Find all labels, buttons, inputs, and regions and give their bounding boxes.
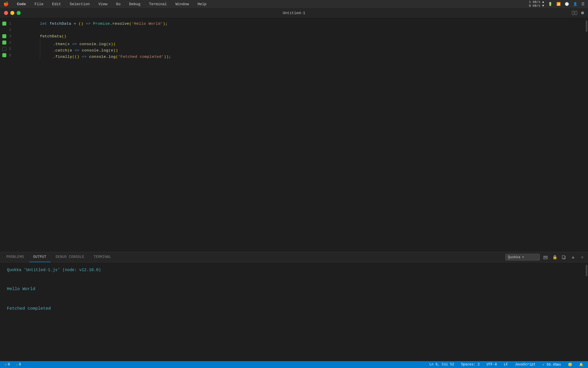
quokka-time-text: ✓ 59.45ms — [542, 363, 561, 367]
user-icon: 👤 — [573, 2, 577, 6]
menubar-view[interactable]: View — [97, 1, 109, 7]
breakpoint-4[interactable] — [2, 41, 6, 45]
scroll-up-icon[interactable]: ▲ — [570, 254, 577, 261]
cursor-position[interactable]: Ln 6, Col 52 — [428, 361, 455, 368]
window-controls — [4, 11, 21, 15]
menubar-right: 1 KB/s ▲ 0 KB/s ▼ 🔋 📶 🕐 👤 ☰ — [529, 0, 585, 8]
code-line-1: 1 let fetchData = () => Promise.resolve(… — [0, 20, 585, 27]
window-title: Untitled-1 — [283, 11, 305, 15]
line-ending-text: LF — [504, 363, 508, 367]
output-line-3: Fetched completed — [7, 306, 578, 312]
close-button[interactable] — [4, 11, 8, 15]
warning-status[interactable]: ⚠ 0 — [14, 361, 22, 368]
panel-tabs: PROBLEMS OUTPUT DEBUG CONSOLE TERMINAL Q… — [0, 252, 588, 262]
panel-tab-output[interactable]: OUTPUT — [29, 252, 51, 262]
copy-output-icon[interactable] — [560, 254, 567, 261]
code-line-6: 6 .finally(() => console.log('Fetched co… — [0, 52, 585, 58]
lock-icon[interactable]: 🔒 — [551, 254, 558, 261]
encoding[interactable]: UTF-8 — [486, 361, 498, 368]
line-number-4: 4 — [9, 41, 11, 45]
editor-scrollbar-thumb[interactable] — [586, 20, 587, 32]
close-panel-icon[interactable]: ✕ — [579, 254, 586, 261]
breakpoint-6[interactable] — [2, 53, 6, 57]
editor-area: 1 let fetchData = () => Promise.resolve(… — [0, 18, 588, 361]
indentation[interactable]: Spaces: 2 — [460, 361, 481, 368]
line-gutter-1: 1 — [0, 22, 16, 26]
panel: PROBLEMS OUTPUT DEBUG CONSOLE TERMINAL Q… — [0, 252, 588, 361]
menu-icon[interactable]: ☰ — [581, 2, 585, 6]
menubar-terminal[interactable]: Terminal — [147, 1, 169, 7]
breakpoint-1[interactable] — [2, 22, 6, 26]
editor-main: 1 let fetchData = () => Promise.resolve(… — [0, 18, 588, 252]
settings-dot-icon[interactable] — [581, 12, 584, 14]
panel-tab-terminal[interactable]: TERMINAL — [90, 252, 115, 262]
minimize-button[interactable] — [10, 11, 14, 15]
error-icon: ✕ — [5, 363, 7, 367]
line-number-2: 2 — [9, 28, 11, 32]
chevron-down-icon: ▾ — [522, 255, 524, 259]
breakpoint-5[interactable] — [2, 47, 6, 51]
menubar-window[interactable]: Window — [174, 1, 191, 7]
menubar-debug[interactable]: Debug — [127, 1, 142, 7]
apple-icon[interactable]: 🍎 — [3, 1, 9, 7]
cursor-position-text: Ln 6, Col 52 — [429, 363, 454, 367]
network-speed: 1 KB/s ▲ 0 KB/s ▼ — [529, 0, 544, 8]
output-spacer-2 — [7, 296, 578, 302]
language-mode[interactable]: JavaScript — [514, 361, 537, 368]
titlebar: Untitled-1 — [0, 8, 588, 18]
error-count: 0 — [8, 363, 10, 367]
panel-tab-problems[interactable]: PROBLEMS — [2, 252, 28, 262]
titlebar-actions — [572, 11, 584, 15]
panel-actions: Quokka ▾ 🔒 — [505, 254, 586, 261]
menubar-code[interactable]: Code — [15, 1, 28, 7]
statusbar: ✕ 0 ⚠ 0 Ln 6, Col 52 Spaces: 2 UTF-8 LF … — [0, 361, 588, 368]
line-number-6: 6 — [9, 53, 11, 57]
menubar-help[interactable]: Help — [196, 1, 208, 7]
line-gutter-5: 5 — [0, 47, 16, 51]
battery-icon: 🔋 — [548, 2, 552, 6]
editor-content[interactable]: 1 let fetchData = () => Promise.resolve(… — [0, 18, 585, 252]
line-number-5: 5 — [9, 47, 11, 51]
line-gutter-2: 2 — [0, 28, 16, 32]
line-content-6: .finally(() => console.log('Fetched comp… — [16, 47, 171, 63]
bell-icon: 🔔 — [579, 363, 583, 367]
line-gutter-3: 3 — [0, 34, 16, 39]
quokka-time[interactable]: ✓ 59.45ms — [541, 361, 562, 368]
editor-scrollbar[interactable] — [585, 18, 588, 252]
notifications-icon[interactable]: 🔔 — [578, 361, 585, 368]
output-line-1: Quokka 'Untitled-1.js' (node: v12.10.0) — [7, 267, 578, 273]
clear-output-icon[interactable] — [542, 254, 549, 261]
smiley-icon: 🙂 — [568, 363, 572, 367]
line-gutter-4: 4 — [0, 41, 16, 45]
output-line-2: Hello World — [7, 286, 578, 293]
panel-source-dropdown[interactable]: Quokka ▾ — [505, 254, 540, 260]
warning-icon: ⚠ — [16, 363, 18, 367]
statusbar-left: ✕ 0 ⚠ 0 — [3, 361, 22, 368]
menubar-file[interactable]: File — [33, 1, 45, 7]
error-status[interactable]: ✕ 0 — [3, 361, 11, 368]
panel-scrollbar-thumb[interactable] — [586, 265, 587, 276]
menubar-edit[interactable]: Edit — [50, 1, 63, 7]
maximize-button[interactable] — [17, 11, 21, 15]
encoding-text: UTF-8 — [487, 363, 497, 367]
clock-icon: 🕐 — [565, 2, 569, 6]
statusbar-right: Ln 6, Col 52 Spaces: 2 UTF-8 LF JavaScri… — [428, 361, 585, 368]
line-ending[interactable]: LF — [503, 361, 509, 368]
line-number-1: 1 — [9, 22, 11, 26]
language-text: JavaScript — [515, 363, 535, 367]
line-number-3: 3 — [9, 34, 11, 39]
warning-count: 0 — [19, 363, 21, 367]
feedback-icon[interactable]: 🙂 — [567, 361, 573, 368]
panel-tab-debug-console[interactable]: DEBUG CONSOLE — [52, 252, 88, 262]
panel-content: Quokka 'Untitled-1.js' (node: v12.10.0) … — [0, 262, 585, 361]
split-editor-icon[interactable] — [572, 11, 577, 15]
svg-rect-5 — [562, 256, 565, 258]
menubar-go[interactable]: Go — [114, 1, 122, 7]
panel-scrollbar[interactable] — [585, 262, 588, 361]
menubar: 🍎 Code File Edit Selection View Go Debug… — [0, 0, 588, 8]
line-content-1: let fetchData = () => Promise.resolve('H… — [16, 18, 168, 30]
wifi-icon: 📶 — [556, 2, 561, 6]
breakpoint-3[interactable] — [2, 34, 6, 38]
output-spacer-1 — [7, 277, 578, 283]
menubar-selection[interactable]: Selection — [68, 1, 92, 7]
